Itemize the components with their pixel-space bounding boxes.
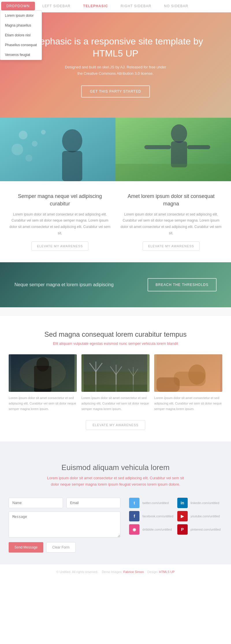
social-item-twitter[interactable]: t twitter.com/untitled (129, 498, 174, 508)
linkedin-url: linkedin.com/untitled (191, 501, 219, 505)
contact-section: Euismod aliquam vehicula lorem Lorem ips… (0, 447, 231, 564)
gallery-button[interactable]: Elevate my awareness (86, 420, 145, 430)
feature-img-left-placeholder (0, 118, 116, 181)
send-message-button[interactable]: Send Message (9, 542, 43, 553)
hero-description: Designed and built on skel.JS by AJ. Rel… (12, 64, 219, 77)
dribbble-icon: ◉ (129, 524, 139, 535)
gallery-img-3 (154, 354, 222, 392)
svg-rect-32 (84, 354, 147, 372)
gallery-item-2-text: Lorem ipsum dolor sit amet consectetur e… (81, 395, 150, 411)
cta-banner-button[interactable]: Breach the thresholds (148, 278, 217, 291)
contact-layout: Send Message Clear Form t twitter.com/un… (9, 498, 222, 553)
dropdown-item-5[interactable]: Veroeros feugiat (0, 50, 42, 60)
social-item-facebook[interactable]: f facebook.com/untitled (129, 511, 174, 521)
gallery-img-2 (81, 354, 150, 392)
social-row-2: f facebook.com/untitled ▶ youtube.com/un… (129, 511, 222, 521)
nav-left-sidebar[interactable]: Left Sidebar (36, 1, 77, 12)
gallery-grid: Lorem ipsum dolor sit amet consectetur e… (9, 354, 222, 411)
footer-design-link[interactable]: HTML5 UP (159, 570, 175, 574)
feature-image-right (116, 118, 231, 181)
gallery-img-1 (9, 354, 77, 392)
form-field-email (66, 498, 121, 508)
svg-point-9 (171, 124, 187, 143)
contact-title: Euismod aliquam vehicula lorem (9, 463, 222, 472)
feature-card-2-title: Amet lorem ipsum dolor sit consequat mag… (120, 193, 222, 207)
pinterest-url: pinterest.com/untitled (191, 528, 221, 531)
nav-dropdown[interactable]: Dropdown (1, 2, 35, 10)
svg-point-5 (25, 155, 32, 162)
svg-rect-13 (116, 164, 231, 181)
dropdown-item-2[interactable]: Magna phasellus (0, 20, 42, 30)
form-field-name (9, 498, 63, 508)
cta-banner-section: Neque semper magna et lorem ipsum adipis… (0, 262, 231, 307)
email-input[interactable] (66, 498, 121, 508)
twitter-url: twitter.com/untitled (142, 501, 169, 505)
gallery-item-2: Lorem ipsum dolor sit amet consectetur e… (81, 354, 150, 411)
hero-title: Telephasic is a responsive site template… (12, 35, 219, 59)
youtube-icon: ▶ (177, 511, 188, 521)
nav-no-sidebar[interactable]: No Sidebar (158, 1, 195, 12)
cta-banner-text: Neque semper magna et lorem ipsum adipis… (14, 282, 113, 287)
linkedin-icon: in (177, 498, 188, 508)
svg-rect-11 (144, 145, 171, 149)
message-input[interactable] (9, 512, 120, 538)
navigation: Dropdown Left Sidebar TELEPHASIC Right S… (0, 0, 231, 12)
svg-rect-7 (62, 151, 82, 181)
feature-image-left (0, 118, 116, 181)
social-item-youtube[interactable]: ▶ youtube.com/untitled (177, 511, 222, 521)
form-row-message (9, 512, 120, 539)
clear-form-button[interactable]: Clear Form (46, 542, 76, 553)
svg-point-17 (20, 357, 66, 389)
gallery-item-3-text: Lorem ipsum dolor sit amet consectetur e… (154, 395, 222, 411)
social-links: t twitter.com/untitled in linkedin.com/u… (129, 498, 222, 553)
gallery-item-3: Lorem ipsum dolor sit amet consectetur e… (154, 354, 222, 411)
svg-rect-10 (171, 141, 187, 167)
gallery-title: Sed magna consequat lorem curabitur temp… (9, 330, 222, 338)
form-actions: Send Message Clear Form (9, 542, 120, 553)
gallery-item-1-text: Lorem ipsum dolor sit amet consectetur e… (9, 395, 77, 411)
form-field-message (9, 512, 120, 539)
svg-point-6 (62, 129, 82, 152)
dropdown-item-1[interactable]: Lorem ipsum dolor (0, 11, 42, 20)
svg-point-2 (32, 141, 38, 147)
feature-images (0, 118, 231, 181)
social-row-3: ◉ dribbble.com/untitled P pinterest.com/… (129, 524, 222, 535)
social-item-linkedin[interactable]: in linkedin.com/untitled (177, 498, 222, 508)
pinterest-icon: P (177, 524, 188, 535)
svg-point-4 (41, 130, 46, 134)
nav-telephasic[interactable]: TELEPHASIC (77, 1, 114, 12)
svg-rect-36 (157, 377, 180, 392)
feature-card-2: Amet lorem ipsum dolor sit consequat mag… (120, 193, 222, 251)
dribbble-url: dribbble.com/untitled (142, 528, 172, 531)
gallery-section: Sed magna consequat lorem curabitur temp… (0, 316, 231, 441)
svg-rect-12 (187, 145, 210, 149)
name-input[interactable] (9, 498, 63, 508)
hero-cta-button[interactable]: Get this party started (81, 85, 150, 98)
twitter-icon: t (129, 498, 139, 508)
contact-form: Send Message Clear Form (9, 498, 120, 553)
feature-img-right-placeholder (116, 118, 231, 181)
dropdown-menu: Lorem ipsum dolor Magna phasellus Etiam … (0, 10, 42, 60)
gallery-subtitle: Elit aliquam vulputate egestas euismod n… (9, 341, 222, 346)
feature-cards: Semper magna neque vel adipiscing curabi… (0, 181, 231, 262)
contact-subtitle: Lorem ipsum dolor sit amet consectetur e… (9, 475, 222, 488)
social-item-dribbble[interactable]: ◉ dribbble.com/untitled (129, 524, 174, 535)
feature-card-1: Semper magna neque vel adipiscing curabi… (9, 193, 111, 251)
gallery-item-1: Lorem ipsum dolor sit amet consectetur e… (9, 354, 77, 411)
footer-demo-images-link[interactable]: Fabrice Simon (123, 570, 144, 574)
dropdown-item-4[interactable]: Phasellus consequat (0, 40, 42, 50)
section-divider (0, 441, 231, 447)
feature-card-1-button[interactable]: Elevate my awareness (31, 242, 88, 251)
facebook-icon: f (129, 511, 139, 521)
youtube-url: youtube.com/untitled (191, 514, 220, 518)
svg-point-3 (12, 144, 23, 155)
feature-card-2-body: Lorem ipsum dolor sit amet consectetur e… (120, 211, 222, 236)
social-row-1: t twitter.com/untitled in linkedin.com/u… (129, 498, 222, 508)
dropdown-item-3[interactable]: Etiam dolore nisl (0, 30, 42, 40)
svg-rect-31 (84, 385, 147, 392)
feature-card-2-button[interactable]: Elevate my awareness (143, 242, 200, 251)
footer-text: © Untitled. All rights reserved. Demo Im… (9, 570, 222, 574)
nav-right-sidebar[interactable]: Right Sidebar (114, 1, 158, 12)
feature-card-1-title: Semper magna neque vel adipiscing curabi… (9, 193, 111, 207)
social-item-pinterest[interactable]: P pinterest.com/untitled (177, 524, 222, 535)
